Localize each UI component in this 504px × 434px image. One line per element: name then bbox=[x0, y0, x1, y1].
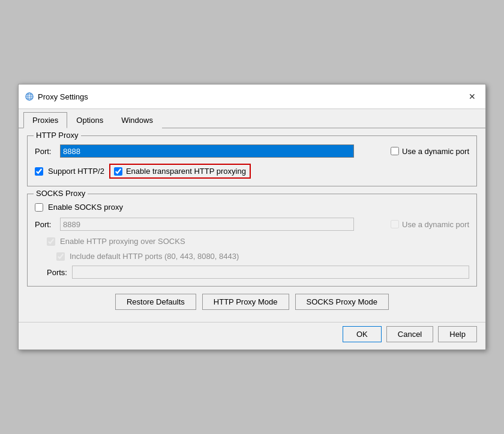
socks-port-row: Port: Use a dynamic port bbox=[35, 218, 469, 231]
enable-transparent-checkbox[interactable] bbox=[114, 167, 122, 176]
http-dynamic-port-label: Use a dynamic port bbox=[402, 147, 469, 156]
socks-dynamic-port-label: Use a dynamic port bbox=[402, 220, 469, 229]
ports-row: Ports: bbox=[47, 266, 469, 279]
help-button[interactable]: Help bbox=[438, 326, 477, 342]
action-buttons-row: Restore Defaults HTTP Proxy Mode SOCKS P… bbox=[27, 294, 477, 310]
http-options-row: Support HTTP/2 Enable transparent HTTP p… bbox=[35, 164, 469, 179]
support-http2-label: Support HTTP/2 bbox=[48, 167, 104, 176]
socks-proxy-mode-button[interactable]: SOCKS Proxy Mode bbox=[295, 294, 389, 310]
tab-content: HTTP Proxy Port: Use a dynamic port Supp… bbox=[19, 128, 485, 322]
tab-bar: Proxies Options Windows bbox=[19, 109, 485, 128]
http-port-input[interactable] bbox=[60, 144, 354, 158]
http-port-label: Port: bbox=[35, 147, 55, 156]
ok-cancel-row: OK Cancel Help bbox=[19, 322, 485, 349]
enable-http-socks-row: Enable HTTP proxying over SOCKS bbox=[47, 237, 469, 246]
ok-button[interactable]: OK bbox=[343, 326, 382, 342]
enable-socks-label: Enable SOCKS proxy bbox=[48, 203, 123, 212]
enable-transparent-highlight: Enable transparent HTTP proxying bbox=[109, 164, 251, 179]
http-dynamic-port-checkbox[interactable] bbox=[391, 147, 399, 155]
close-button[interactable]: ✕ bbox=[465, 89, 479, 104]
http-proxy-group: HTTP Proxy Port: Use a dynamic port Supp… bbox=[27, 135, 477, 186]
tab-options[interactable]: Options bbox=[67, 112, 112, 128]
title-bar: Proxy Settings ✕ bbox=[19, 85, 485, 109]
include-default-ports-row: Include default HTTP ports (80, 443, 808… bbox=[56, 252, 469, 261]
socks-port-label: Port: bbox=[35, 220, 55, 229]
enable-socks-checkbox-row: Enable SOCKS proxy bbox=[35, 203, 123, 212]
proxy-settings-dialog: Proxy Settings ✕ Proxies Options Windows… bbox=[18, 84, 486, 350]
enable-transparent-label: Enable transparent HTTP proxying bbox=[126, 167, 246, 176]
tab-windows[interactable]: Windows bbox=[112, 112, 162, 128]
socks-dynamic-port-group: Use a dynamic port bbox=[391, 220, 469, 229]
enable-socks-checkbox[interactable] bbox=[35, 203, 43, 212]
socks-proxy-label: SOCKS Proxy bbox=[34, 189, 88, 198]
include-default-ports-checkbox[interactable] bbox=[56, 252, 65, 261]
http-dynamic-port-group: Use a dynamic port bbox=[391, 147, 469, 156]
http-port-row: Port: Use a dynamic port bbox=[35, 144, 469, 158]
title-bar-left: Proxy Settings bbox=[25, 92, 88, 101]
ports-label: Ports: bbox=[47, 268, 67, 277]
socks-dynamic-port-checkbox[interactable] bbox=[391, 220, 399, 228]
enable-http-socks-checkbox-row: Enable HTTP proxying over SOCKS bbox=[47, 237, 185, 246]
http-proxy-mode-button[interactable]: HTTP Proxy Mode bbox=[202, 294, 289, 310]
proxy-icon bbox=[25, 92, 34, 101]
tab-proxies[interactable]: Proxies bbox=[23, 112, 67, 128]
enable-http-socks-checkbox[interactable] bbox=[47, 237, 55, 246]
http-proxy-label: HTTP Proxy bbox=[34, 131, 81, 140]
include-default-checkbox-row: Include default HTTP ports (80, 443, 808… bbox=[56, 252, 239, 261]
support-http2-checkbox[interactable] bbox=[35, 167, 43, 176]
enable-http-socks-label: Enable HTTP proxying over SOCKS bbox=[60, 237, 185, 246]
socks-port-input[interactable] bbox=[60, 218, 354, 231]
socks-proxy-group: SOCKS Proxy Enable SOCKS proxy Port: Use… bbox=[27, 194, 477, 287]
enable-socks-row: Enable SOCKS proxy bbox=[35, 203, 469, 212]
ports-input[interactable] bbox=[72, 266, 469, 279]
include-default-ports-label: Include default HTTP ports (80, 443, 808… bbox=[70, 252, 239, 261]
cancel-button[interactable]: Cancel bbox=[386, 326, 433, 342]
dialog-title: Proxy Settings bbox=[38, 92, 88, 101]
support-http2-row: Support HTTP/2 bbox=[35, 167, 104, 176]
restore-defaults-button[interactable]: Restore Defaults bbox=[115, 294, 196, 310]
